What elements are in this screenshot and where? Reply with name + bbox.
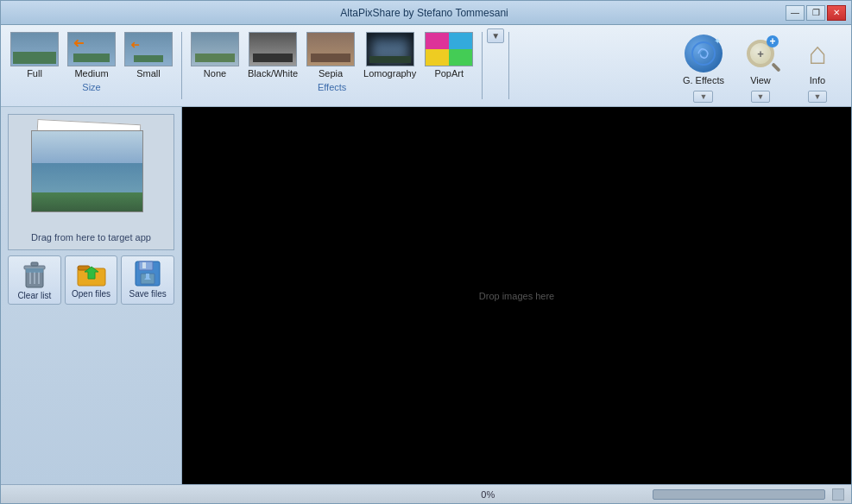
drop-area[interactable]: Drop images here	[182, 107, 851, 484]
size-small-thumbnail: ➜	[124, 32, 173, 66]
small-arrow-icon: ➜	[130, 40, 140, 51]
view-button[interactable]: + + View	[732, 28, 789, 90]
open-files-label: Open files	[72, 289, 110, 299]
size-section-label: Size	[6, 82, 177, 92]
preview-sky	[32, 131, 142, 163]
effect-bw-thumbnail	[249, 32, 297, 66]
view-icon-container: + +	[740, 33, 781, 74]
effect-sepia-button[interactable]: Sepia	[302, 28, 359, 82]
svg-rect-8	[26, 268, 43, 273]
folder-icon	[76, 260, 107, 287]
view-label: View	[750, 75, 771, 85]
lomo-inner	[367, 33, 413, 66]
info-label: Info	[810, 75, 825, 85]
g-effects-dropdown-arrow[interactable]: ▼	[693, 91, 713, 103]
effect-lomo-thumbnail	[366, 32, 414, 66]
action-buttons: Clear list Open files	[8, 255, 174, 305]
effect-bw-label: Black/White	[248, 68, 298, 79]
title-bar-controls: — ❐ ✕	[786, 5, 846, 21]
floppy-icon	[134, 260, 161, 287]
size-buttons-row: Full ➜ Medium ➜ Small	[6, 28, 177, 82]
minimize-button[interactable]: —	[786, 5, 805, 21]
g-effects-icon	[685, 35, 723, 72]
svg-rect-15	[142, 262, 146, 268]
info-icon-container: ⌂	[797, 33, 838, 74]
window-title: AltaPixShare by Stefano Tommesani	[63, 7, 786, 19]
g-effects-svg	[691, 41, 716, 66]
size-medium-button[interactable]: ➜ Medium	[63, 28, 120, 82]
toolbar-divider-2	[482, 32, 483, 99]
scroll-right-stub[interactable]	[832, 488, 844, 501]
size-full-label: Full	[27, 68, 42, 79]
svg-rect-17	[146, 274, 149, 280]
preview-landscape	[32, 163, 142, 211]
effect-popart-thumbnail	[425, 32, 473, 66]
view-icon: + +	[742, 35, 779, 72]
preview-stack	[27, 122, 156, 225]
effect-none-label: None	[204, 68, 226, 79]
toolbar: Full ➜ Medium ➜ Small Size	[1, 25, 851, 107]
medium-arrow-icon: ➜	[73, 36, 85, 50]
open-files-button[interactable]: Open files	[65, 255, 118, 305]
drop-label: Drop images here	[479, 291, 554, 301]
svg-rect-4	[31, 262, 38, 266]
progress-bar	[653, 489, 825, 500]
close-button[interactable]: ✕	[827, 5, 846, 21]
effect-lomo-label: Lomography	[363, 68, 416, 79]
size-medium-thumbnail: ➜	[67, 32, 116, 66]
popart-cell-4	[449, 49, 472, 66]
status-bar: 0%	[1, 484, 851, 503]
restore-button[interactable]: ❐	[806, 5, 825, 21]
effect-popart-button[interactable]: PopArt	[420, 28, 477, 82]
size-small-button[interactable]: ➜ Small	[120, 28, 177, 82]
info-dropdown-arrow[interactable]: ▼	[808, 91, 828, 103]
toolbar-divider-3	[508, 32, 509, 99]
popart-cell-1	[426, 33, 449, 49]
svg-point-1	[701, 51, 706, 56]
effects-buttons-row: None Black/White Sepia Lomogr	[186, 28, 477, 82]
view-group: + + View ▼	[732, 28, 789, 103]
magnifier-plus: +	[757, 47, 764, 60]
view-dropdown-arrow[interactable]: ▼	[751, 91, 771, 103]
effect-none-button[interactable]: None	[186, 28, 243, 82]
trash-icon	[21, 260, 48, 289]
save-files-button[interactable]: Save files	[121, 255, 174, 305]
toolbar-effects-group: None Black/White Sepia Lomogr	[186, 28, 477, 92]
g-effects-icon-container	[683, 33, 724, 74]
left-panel: Drag from here to target app	[1, 107, 182, 484]
effect-popart-label: PopArt	[434, 68, 464, 79]
effect-sepia-thumbnail	[306, 32, 355, 66]
title-bar: AltaPixShare by Stefano Tommesani — ❐ ✕	[1, 1, 851, 25]
save-files-label: Save files	[129, 289, 167, 299]
effect-lomo-button[interactable]: Lomography	[359, 28, 420, 82]
info-button[interactable]: ⌂ Info	[789, 28, 846, 90]
clear-list-label: Clear list	[17, 291, 51, 300]
main-window: AltaPixShare by Stefano Tommesani — ❐ ✕ …	[0, 0, 852, 504]
size-full-button[interactable]: Full	[6, 28, 63, 82]
g-effects-button[interactable]: G. Effects	[675, 28, 732, 90]
effects-dropdown-arrow[interactable]: ▼	[487, 28, 504, 43]
popart-grid	[426, 33, 472, 66]
house-icon: ⌂	[808, 35, 827, 72]
toolbar-size-group: Full ➜ Medium ➜ Small Size	[6, 28, 177, 92]
popart-cell-3	[426, 49, 449, 66]
preview-front-card	[31, 130, 143, 212]
effect-bw-button[interactable]: Black/White	[243, 28, 302, 82]
clear-list-button[interactable]: Clear list	[8, 255, 61, 305]
popart-cell-2	[449, 33, 472, 49]
size-small-label: Small	[136, 68, 161, 79]
main-content: Drag from here to target app	[1, 107, 851, 484]
image-preview-area: Drag from here to target app	[8, 114, 174, 250]
effect-sepia-label: Sepia	[319, 68, 343, 79]
size-medium-label: Medium	[74, 68, 108, 79]
effects-section-label: Effects	[186, 82, 477, 92]
drag-label: Drag from here to target app	[31, 232, 151, 243]
progress-text: 0%	[331, 489, 647, 500]
effects-dropdown-area: ▼	[487, 28, 504, 60]
size-full-thumbnail	[10, 32, 59, 66]
toolbar-right-buttons: G. Effects ▼ + + View	[675, 28, 846, 103]
g-effects-label: G. Effects	[683, 75, 724, 85]
info-group: ⌂ Info ▼	[789, 28, 846, 103]
toolbar-divider-1	[181, 32, 182, 99]
plus-badge-icon: +	[767, 35, 779, 47]
